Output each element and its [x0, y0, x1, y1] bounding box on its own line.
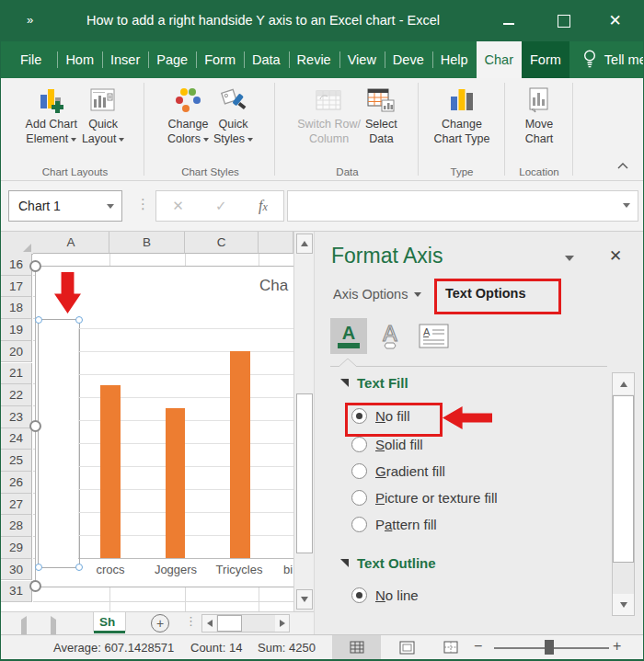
radio-option-picture-or-texture-fill[interactable]: Picture or texture fill: [351, 484, 498, 510]
row-header-29[interactable]: 29: [1, 537, 32, 559]
row-header-21[interactable]: 21: [1, 363, 32, 385]
embedded-chart[interactable]: Cha crocsJoggersTricyclesbi: [35, 266, 295, 587]
section-text-outline[interactable]: Text Outline: [340, 555, 436, 571]
chevron-down-icon[interactable]: [623, 203, 630, 208]
row-header-31[interactable]: 31: [1, 581, 32, 603]
tab-revie[interactable]: Revie: [289, 41, 339, 78]
selection-handle[interactable]: [35, 564, 42, 571]
chart-title[interactable]: Cha: [259, 277, 288, 295]
row-header-23[interactable]: 23: [1, 406, 32, 428]
change-chart-type-button[interactable]: ChangeChart Type: [434, 84, 490, 146]
vertical-scroll-thumb[interactable]: [296, 393, 313, 553]
bar-tricycles[interactable]: [230, 351, 250, 558]
row-header-16[interactable]: 16: [1, 254, 32, 276]
select-all-corner[interactable]: [1, 232, 34, 255]
insert-function-icon[interactable]: fx: [259, 198, 268, 214]
row-header-28[interactable]: 28: [1, 515, 32, 537]
row-header-19[interactable]: 19: [1, 319, 32, 341]
scroll-up-button[interactable]: [613, 373, 634, 394]
radio-icon[interactable]: [351, 463, 367, 479]
row-header-30[interactable]: 30: [1, 559, 32, 581]
horizontal-scroll-thumb[interactable]: [217, 615, 242, 632]
chart-resize-handle[interactable]: [29, 420, 41, 432]
chart-x-axis[interactable]: [78, 558, 294, 559]
minimize-button[interactable]: [488, 0, 529, 41]
name-box[interactable]: Chart 1: [8, 190, 122, 222]
row-header-22[interactable]: 22: [1, 384, 32, 406]
tab-form-contextual[interactable]: Form: [522, 41, 569, 78]
row-header-27[interactable]: 27: [1, 494, 32, 516]
page-break-view-button[interactable]: [435, 635, 466, 659]
page-layout-view-button[interactable]: [391, 635, 422, 659]
add-chart-element-button[interactable]: Add ChartElement: [26, 84, 77, 146]
row-header-25[interactable]: 25: [1, 450, 32, 472]
tab-inser[interactable]: Inser: [102, 41, 148, 78]
column-header-c[interactable]: C: [185, 232, 259, 254]
tell-me-box[interactable]: Tell me: [582, 41, 644, 78]
scroll-left-button[interactable]: [202, 615, 216, 632]
row-header-18[interactable]: 18: [1, 297, 32, 319]
radio-option-no-fill[interactable]: No fill: [351, 403, 410, 428]
radio-icon[interactable]: [351, 437, 367, 452]
row-header-24[interactable]: 24: [1, 428, 32, 450]
radio-selected-icon[interactable]: [351, 408, 367, 424]
section-text-fill[interactable]: Text Fill: [340, 375, 408, 391]
bar-crocs[interactable]: [100, 385, 121, 558]
radio-icon[interactable]: [351, 490, 367, 506]
pane-close-button[interactable]: ✕: [609, 246, 622, 266]
zoom-in-button[interactable]: +: [613, 638, 621, 655]
tab-form[interactable]: Form: [196, 41, 244, 78]
bar-joggers[interactable]: [166, 408, 185, 558]
row-header-17[interactable]: 17: [1, 276, 32, 298]
horizontal-scrollbar[interactable]: [201, 614, 290, 633]
change-colors-button[interactable]: ChangeColors: [167, 84, 209, 146]
vertical-scrollbar[interactable]: [293, 232, 314, 611]
selection-handle[interactable]: [75, 316, 83, 324]
tab-file[interactable]: File: [5, 41, 57, 78]
column-header-partial[interactable]: [259, 232, 293, 254]
chevron-down-icon[interactable]: [107, 204, 114, 209]
tab-page[interactable]: Page: [148, 41, 196, 78]
selection-handle[interactable]: [35, 316, 42, 324]
collapse-ribbon-button[interactable]: [617, 156, 628, 173]
radio-icon[interactable]: [351, 517, 367, 532]
active-sheet-tab[interactable]: Sh: [93, 612, 126, 632]
tab-axis-options[interactable]: Axis Options: [333, 287, 421, 302]
add-sheet-button[interactable]: +: [151, 614, 169, 633]
tab-data[interactable]: Data: [244, 41, 289, 78]
scroll-down-button[interactable]: [613, 594, 634, 615]
chevron-down-icon[interactable]: [565, 256, 574, 261]
normal-view-button[interactable]: [332, 635, 381, 659]
selection-handle[interactable]: [75, 564, 83, 571]
quick-access-overflow-icon[interactable]: »: [27, 13, 33, 27]
scroll-down-button[interactable]: [296, 589, 313, 610]
quick-styles-button[interactable]: QuickStyles: [213, 84, 253, 146]
column-header-b[interactable]: B: [109, 232, 185, 254]
textbox-icon[interactable]: A: [419, 324, 450, 353]
text-fill-outline-icon[interactable]: A: [330, 318, 367, 354]
tab-hom[interactable]: Hom: [57, 41, 102, 78]
radio-option-gradient-fill[interactable]: Gradient fill: [351, 458, 445, 484]
close-button[interactable]: ✕: [594, 0, 636, 41]
select-data-button[interactable]: SelectData: [365, 84, 397, 146]
zoom-out-button[interactable]: −: [474, 638, 482, 655]
tab-help[interactable]: Help: [432, 41, 477, 78]
radio-option-no-line[interactable]: No line: [351, 582, 419, 608]
chart-resize-handle[interactable]: [29, 580, 41, 592]
row-header-20[interactable]: 20: [1, 341, 32, 363]
zoom-slider-thumb[interactable]: [545, 640, 554, 655]
scroll-up-button[interactable]: [296, 234, 313, 254]
radio-option-solid-fill[interactable]: Solid fill: [351, 431, 423, 457]
pane-scroll-thumb[interactable]: [613, 395, 634, 563]
row-header-26[interactable]: 26: [1, 472, 32, 494]
radio-option-pattern-fill[interactable]: Pattern fill: [351, 511, 437, 537]
text-effects-icon[interactable]: A: [376, 321, 408, 356]
tab-char-active[interactable]: Char: [477, 41, 522, 78]
scroll-right-button[interactable]: [275, 615, 289, 632]
quick-layout-button[interactable]: QuickLayout: [82, 84, 125, 146]
column-header-a[interactable]: A: [33, 232, 109, 254]
tab-view[interactable]: View: [339, 41, 385, 78]
formula-input[interactable]: [287, 190, 638, 222]
selected-axis-box[interactable]: [38, 319, 80, 568]
chart-resize-handle[interactable]: [29, 260, 41, 272]
